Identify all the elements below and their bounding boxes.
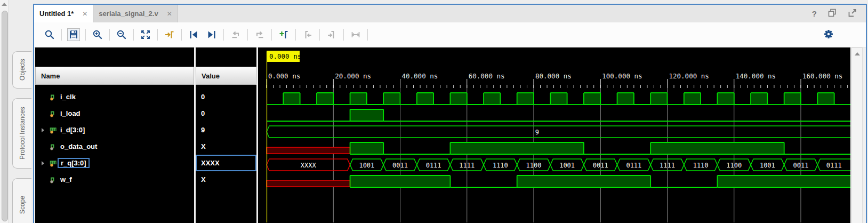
- svg-text:80.000 ns: 80.000 ns: [535, 72, 572, 80]
- svg-text:120.000 ns: 120.000 ns: [669, 72, 709, 80]
- close-icon[interactable]: ✕: [167, 10, 172, 18]
- waveform-canvas[interactable]: 0.000 ns20.000 ns40.000 ns60.000 ns80.00…: [258, 47, 850, 223]
- cursor-time-readout: 0.000 ns: [269, 52, 301, 60]
- signal-row-w_f[interactable]: w_f: [35, 171, 194, 188]
- toolbar-separator: [157, 29, 158, 41]
- signal-name: o_data_out: [60, 142, 97, 150]
- help-icon[interactable]: ?: [812, 9, 817, 18]
- sidebar-tab-scope[interactable]: Scope: [12, 178, 31, 223]
- bus-port-icon: [49, 126, 57, 134]
- next-transition-icon[interactable]: [206, 29, 218, 41]
- svg-text:1111: 1111: [459, 162, 475, 169]
- signal-value-text: 0: [201, 93, 205, 101]
- svg-text:0011: 0011: [793, 162, 809, 169]
- signal-name: i_clk: [60, 93, 76, 101]
- signal-row-i_clk[interactable]: i_clk: [35, 89, 194, 105]
- toolbar-separator: [271, 29, 272, 41]
- toolbar-separator: [223, 29, 224, 41]
- name-column-header: Name: [35, 67, 194, 85]
- previous-transition-icon[interactable]: [188, 29, 199, 41]
- signal-value-i_d30[interactable]: 9: [196, 122, 256, 138]
- next-marker-icon: [326, 29, 337, 41]
- document-tabbar: Untitled 1* ✕ seriala_signal_2.v ✕ ?: [34, 5, 866, 22]
- toolbar-separator: [247, 29, 248, 41]
- svg-text:20.000 ns: 20.000 ns: [335, 72, 371, 80]
- svg-text:1110: 1110: [493, 162, 508, 169]
- swap-next-icon: [254, 29, 266, 41]
- svg-text:0111: 0111: [426, 162, 441, 169]
- signal-value-o_data_out[interactable]: X: [196, 138, 256, 155]
- save-icon[interactable]: [68, 29, 79, 41]
- toolbar-separator: [133, 29, 134, 41]
- svg-text:1001: 1001: [559, 162, 575, 169]
- scalar-port-icon: [49, 176, 57, 184]
- settings-gear-icon[interactable]: [823, 29, 835, 41]
- window-controls: ?: [812, 5, 866, 22]
- svg-text:0011: 0011: [593, 162, 608, 169]
- value-column-header-gap: [196, 47, 256, 67]
- swap-previous-icon: [230, 29, 242, 41]
- signal-row-i_d30[interactable]: i_d[3:0]: [35, 122, 194, 138]
- signal-value-text: XXXX: [201, 159, 220, 167]
- signal-value-i_clk[interactable]: 0: [196, 89, 256, 105]
- simulation-window: Objects Protocol Instances Scope Untitle…: [0, 0, 868, 223]
- svg-text:40.000 ns: 40.000 ns: [402, 72, 438, 80]
- signal-value-text: 0: [201, 109, 205, 117]
- scroll-up-icon[interactable]: [2, 3, 7, 6]
- swap-cursors-icon: [350, 29, 361, 41]
- svg-text:140.000 ns: 140.000 ns: [736, 72, 776, 80]
- wave-vertical-scrollbar[interactable]: [851, 47, 863, 223]
- outer-scrollbar-thumb[interactable]: [2, 11, 8, 221]
- go-to-time-icon[interactable]: [164, 29, 175, 41]
- toolbar-separator: [85, 29, 86, 41]
- tab-label: Untitled 1*: [39, 10, 74, 18]
- signal-value-r_q30[interactable]: XXXX: [196, 155, 256, 171]
- svg-text:1110: 1110: [693, 162, 709, 169]
- close-icon[interactable]: ✕: [82, 10, 87, 18]
- sidebar-tab-protocol-instances[interactable]: Protocol Instances: [12, 98, 31, 169]
- svg-text:60.000 ns: 60.000 ns: [469, 72, 505, 80]
- zoom-fit-icon[interactable]: [140, 29, 151, 41]
- wave-scroll-up-icon[interactable]: [855, 52, 860, 55]
- expand-arrow-icon[interactable]: [42, 128, 49, 132]
- signal-value-w_f[interactable]: X: [196, 171, 256, 188]
- svg-text:1100: 1100: [726, 162, 742, 169]
- svg-text:1001: 1001: [359, 162, 374, 169]
- signal-name: r_q[3:0]: [58, 158, 90, 168]
- signal-value-i_load[interactable]: 0: [196, 105, 256, 122]
- add-marker-icon[interactable]: [278, 29, 290, 41]
- zoom-out-icon[interactable]: [116, 29, 127, 41]
- signal-name: i_d[3:0]: [60, 126, 85, 134]
- svg-text:0011: 0011: [392, 162, 408, 169]
- signal-row-o_data_out[interactable]: o_data_out: [35, 138, 194, 155]
- toolbar-separator: [343, 29, 344, 41]
- expand-arrow-icon[interactable]: [42, 161, 49, 165]
- sidebar-tab-objects[interactable]: Objects: [12, 51, 31, 89]
- waveform-area: Name i_clki_loadi_d[3:0]o_data_outr_q[3:…: [34, 47, 866, 223]
- tab-seriala-signal-2[interactable]: seriala_signal_2.v ✕: [93, 5, 178, 22]
- svg-text:0111: 0111: [626, 162, 641, 169]
- toolbar-separator: [367, 29, 368, 41]
- signal-row-r_q30[interactable]: r_q[3:0]: [35, 155, 194, 171]
- signal-value-text: 9: [201, 126, 205, 134]
- signal-value-text: X: [201, 176, 206, 184]
- left-tab-strip: Objects Protocol Instances Scope: [9, 0, 33, 223]
- signal-row-i_load[interactable]: i_load: [35, 105, 194, 122]
- toolbar-separator: [181, 29, 182, 41]
- tab-untitled-1[interactable]: Untitled 1* ✕: [34, 5, 93, 22]
- maximize-window-icon[interactable]: [848, 8, 857, 20]
- outer-vertical-scrollbar[interactable]: [0, 0, 9, 223]
- scalar-port-icon: [49, 93, 57, 101]
- zoom-in-icon[interactable]: [92, 29, 103, 41]
- bus-port-icon: [49, 160, 57, 167]
- float-window-icon[interactable]: [827, 8, 837, 20]
- svg-text:1111: 1111: [660, 162, 675, 169]
- signal-name: i_load: [60, 109, 81, 117]
- search-icon[interactable]: [44, 29, 55, 41]
- svg-text:1100: 1100: [526, 162, 542, 169]
- tab-label: seriala_signal_2.v: [99, 10, 158, 18]
- name-column-header-gap: [35, 47, 194, 67]
- svg-text:1001: 1001: [760, 162, 775, 169]
- svg-text:160.000 ns: 160.000 ns: [802, 72, 842, 80]
- scalar-port-icon: [49, 110, 57, 117]
